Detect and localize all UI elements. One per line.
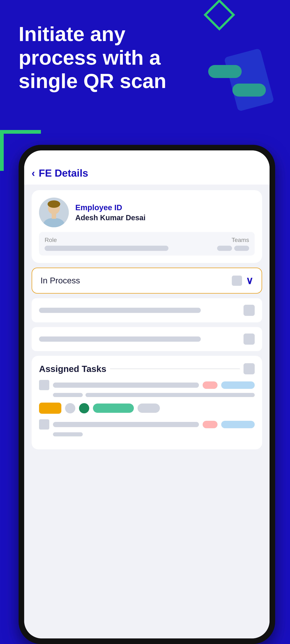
main-content: Employee ID Adesh Kumar Desai Role Teams <box>24 184 269 638</box>
task-2-green-bar <box>93 404 134 413</box>
back-button[interactable]: ‹ <box>32 167 35 179</box>
task-3-sub-1 <box>53 432 83 436</box>
employee-card: Employee ID Adesh Kumar Desai Role Teams <box>32 190 262 263</box>
task-1-sub-2 <box>86 393 255 397</box>
svg-point-2 <box>48 200 60 208</box>
status-left: In Process <box>41 276 80 286</box>
employee-info: Employee ID Adesh Kumar Desai <box>39 198 255 227</box>
avatar <box>39 198 69 227</box>
bg-pill-2-decoration <box>232 84 266 96</box>
bg-diamond-decoration <box>204 0 235 31</box>
employee-id-label: Employee ID <box>75 203 146 212</box>
teams-badges <box>217 246 249 251</box>
task-2-orange-element <box>39 402 61 414</box>
bg-pill-1-decoration <box>208 65 242 78</box>
task-2-gray-btn <box>138 404 160 413</box>
task-row-3-top <box>39 419 255 430</box>
task-1-priority-badge <box>203 382 217 389</box>
list-item-1-bar <box>39 308 201 313</box>
task-row-1 <box>39 380 255 397</box>
assigned-tasks-section: Assigned Tasks <box>32 356 262 450</box>
page-title: FE Details <box>39 167 88 179</box>
team-badge-2 <box>234 246 249 251</box>
bg-rect-decoration <box>224 48 274 112</box>
phone-screen: ‹ FE Details <box>24 150 269 638</box>
task-2-circle <box>65 403 75 413</box>
task-row-2 <box>39 402 255 414</box>
task-3-name <box>53 422 199 427</box>
status-controls: ∨ <box>232 275 253 286</box>
status-bar <box>24 150 269 162</box>
task-row-2-colored <box>39 402 255 414</box>
chevron-down-icon[interactable]: ∨ <box>246 275 253 286</box>
task-3-status-badge <box>221 421 255 428</box>
task-1-checkbox[interactable] <box>39 380 49 390</box>
role-section: Role <box>45 236 210 251</box>
status-indicator <box>232 276 242 286</box>
task-1-name <box>53 382 199 388</box>
teams-section: Teams <box>217 236 249 251</box>
task-3-priority-badge <box>203 421 217 428</box>
list-item-2[interactable] <box>32 327 262 351</box>
role-teams-row: Role Teams <box>39 232 255 256</box>
tasks-add-icon[interactable] <box>243 363 255 374</box>
task-3-checkbox[interactable] <box>39 419 49 430</box>
phone-frame: ‹ FE Details <box>19 145 275 644</box>
status-text: In Process <box>41 276 80 286</box>
svg-rect-3 <box>52 214 56 219</box>
avatar-image <box>39 198 69 227</box>
task-row-1-top <box>39 380 255 390</box>
employee-name: Adesh Kumar Desai <box>75 214 146 222</box>
task-1-status-badge <box>221 382 255 389</box>
list-item-2-bar <box>39 336 201 342</box>
app-header: ‹ FE Details <box>24 162 269 184</box>
task-2-green-dot <box>79 403 89 413</box>
list-item-1[interactable] <box>32 298 262 322</box>
hero-title: Initiate any process with a single QR sc… <box>19 22 197 93</box>
tasks-title: Assigned Tasks <box>39 364 106 374</box>
task-row-3-bottom <box>39 432 255 436</box>
employee-text: Employee ID Adesh Kumar Desai <box>75 203 146 222</box>
task-1-sub-1 <box>53 393 83 397</box>
team-badge-1 <box>217 246 232 251</box>
tasks-divider <box>110 368 240 369</box>
list-item-2-icon <box>243 334 255 345</box>
role-label: Role <box>45 236 210 244</box>
task-row-3 <box>39 419 255 436</box>
role-value-placeholder <box>45 246 168 251</box>
teams-label: Teams <box>232 236 249 244</box>
task-row-1-bottom <box>39 393 255 397</box>
list-item-1-icon <box>243 305 255 316</box>
tasks-header: Assigned Tasks <box>39 363 255 374</box>
status-dropdown[interactable]: In Process ∨ <box>32 268 262 294</box>
